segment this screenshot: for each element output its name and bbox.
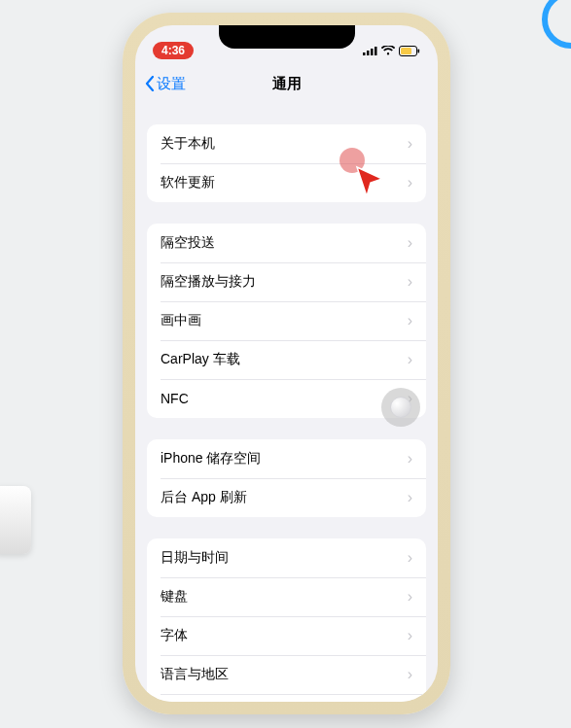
svg-rect-6 [418,49,420,52]
chevron-right-icon: › [408,589,412,605]
group-storage: iPhone 储存空间› 后台 App 刷新› [147,439,426,517]
chevron-right-icon: › [408,136,412,152]
svg-rect-2 [371,49,374,55]
group-date: 日期与时间› 键盘› 字体› 语言与地区› 词典› [147,538,426,702]
row-background-refresh[interactable]: 后台 App 刷新› [147,478,426,517]
row-label: 日期与时间 [161,549,229,567]
phone-frame: 4:36 设置 通用 关于本机› 软件更新› 隔空投送› 隔空播放与接力› [123,13,450,714]
chevron-right-icon: › [408,490,412,505]
background-decoration [542,0,571,49]
chevron-right-icon: › [408,667,412,682]
svg-rect-1 [367,51,370,55]
row-label: 关于本机 [161,135,215,153]
row-language-region[interactable]: 语言与地区› [147,655,426,694]
row-keyboard[interactable]: 键盘› [147,577,426,616]
chevron-right-icon: › [408,235,412,251]
background-decoration [0,486,31,554]
row-label: 字体 [161,627,188,644]
row-label: CarPlay 车载 [161,351,240,368]
chevron-left-icon [145,76,155,91]
row-label: 软件更新 [161,174,215,191]
back-label: 设置 [157,75,186,93]
chevron-right-icon: › [408,352,412,367]
notch [219,25,355,49]
svg-rect-0 [363,52,366,55]
chevron-right-icon: › [408,313,412,329]
svg-rect-3 [375,47,377,55]
status-time: 4:36 [153,42,194,59]
cursor-icon [355,165,384,198]
row-label: 语言与地区 [161,666,229,683]
status-indicators [363,46,420,56]
row-airplay[interactable]: 隔空播放与接力› [147,262,426,301]
row-label: 后台 App 刷新 [161,489,247,506]
cellular-icon [363,46,377,55]
row-about[interactable]: 关于本机› [147,124,426,163]
row-label: iPhone 储存空间 [161,450,261,468]
svg-rect-5 [401,48,411,54]
row-date-time[interactable]: 日期与时间› [147,538,426,577]
chevron-right-icon: › [408,451,412,467]
row-airdrop[interactable]: 隔空投送› [147,224,426,262]
row-fonts[interactable]: 字体› [147,616,426,655]
row-pip[interactable]: 画中画› [147,301,426,340]
row-label: NFC [161,391,189,406]
row-label: 画中画 [161,312,201,329]
wifi-icon [381,46,395,55]
row-storage[interactable]: iPhone 储存空间› [147,439,426,478]
assistive-touch-inner [390,397,411,418]
chevron-right-icon: › [408,175,412,191]
chevron-right-icon: › [408,628,412,643]
chevron-right-icon: › [408,274,412,290]
row-label: 键盘 [161,588,188,606]
row-label: 隔空播放与接力 [161,273,256,291]
screen: 4:36 设置 通用 关于本机› 软件更新› 隔空投送› 隔空播放与接力› [135,25,438,702]
nav-bar: 设置 通用 [135,64,438,103]
row-dictionary[interactable]: 词典› [147,694,426,702]
assistive-touch-button[interactable] [381,388,420,427]
chevron-right-icon: › [408,550,412,566]
row-label: 隔空投送 [161,234,215,252]
group-airdrop: 隔空投送› 隔空播放与接力› 画中画› CarPlay 车载› NFC› [147,224,426,418]
row-carplay[interactable]: CarPlay 车载› [147,340,426,379]
back-button[interactable]: 设置 [145,75,186,93]
battery-icon [399,46,420,56]
